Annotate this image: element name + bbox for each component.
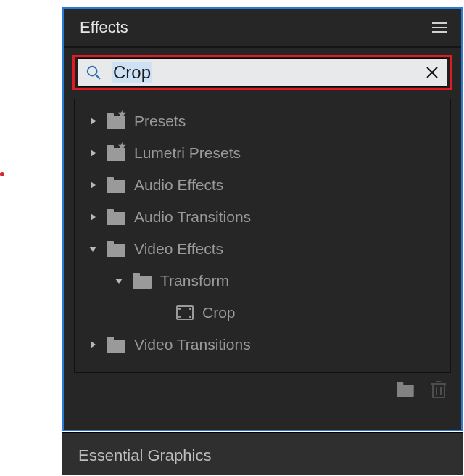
- chevron-down-icon[interactable]: [88, 244, 98, 254]
- svg-marker-7: [91, 213, 96, 221]
- tree-folder[interactable]: Audio Effects: [80, 169, 444, 201]
- essential-graphics-title: Essential Graphics: [78, 446, 447, 465]
- svg-rect-11: [433, 385, 444, 398]
- panel-menu-button[interactable]: [431, 18, 448, 37]
- chevron-down-icon[interactable]: [114, 276, 124, 286]
- search-row-highlight: Crop: [72, 55, 452, 90]
- tree-item-label: Lumetri Presets: [134, 144, 241, 162]
- tree-folder[interactable]: Video Transitions: [80, 329, 444, 361]
- effects-panel: Effects Crop ★Presets★Lumetri PresetsAud…: [62, 7, 463, 431]
- chevron-right-icon[interactable]: [88, 116, 98, 126]
- folder-star-icon: ★: [107, 113, 125, 129]
- chevron-right-icon[interactable]: [88, 148, 98, 158]
- svg-marker-8: [89, 247, 96, 252]
- clear-search-button[interactable]: [425, 65, 439, 80]
- spacer: [157, 308, 167, 318]
- tree-item-label: Video Transitions: [134, 336, 251, 353]
- svg-marker-10: [91, 341, 96, 348]
- folder-icon: [107, 337, 125, 353]
- essential-graphics-panel[interactable]: Essential Graphics: [62, 432, 463, 475]
- svg-line-1: [96, 75, 100, 79]
- chevron-right-icon[interactable]: [88, 340, 98, 350]
- search-field[interactable]: Crop: [78, 58, 447, 87]
- tree-folder[interactable]: Transform: [80, 265, 444, 297]
- tree-item-label: Transform: [160, 272, 229, 290]
- tree-folder[interactable]: Video Effects: [80, 233, 444, 265]
- tree-folder[interactable]: ★Lumetri Presets: [80, 137, 444, 169]
- folder-icon: [107, 209, 125, 225]
- svg-marker-6: [91, 181, 96, 189]
- chevron-right-icon[interactable]: [88, 180, 98, 190]
- svg-marker-9: [115, 279, 123, 284]
- effects-tree: ★Presets★Lumetri PresetsAudio EffectsAud…: [74, 99, 451, 373]
- svg-marker-5: [91, 149, 96, 157]
- svg-marker-4: [91, 118, 96, 125]
- tree-item-label: Video Effects: [134, 240, 223, 258]
- tree-item-label: Crop: [202, 304, 236, 321]
- annotation-dot: [0, 172, 4, 176]
- panel-header: Effects: [64, 9, 461, 48]
- folder-icon: [107, 241, 125, 257]
- folder-icon: [133, 273, 152, 289]
- chevron-right-icon[interactable]: [88, 212, 98, 222]
- panel-footer: [64, 373, 461, 406]
- tree-item-label: Audio Effects: [134, 176, 223, 194]
- tree-item-label: Presets: [134, 112, 186, 130]
- panel-title: Effects: [80, 18, 128, 37]
- search-input[interactable]: Crop: [112, 62, 152, 83]
- folder-star-icon: ★: [107, 145, 125, 161]
- new-bin-button[interactable]: [397, 382, 413, 397]
- search-icon: [86, 65, 102, 81]
- folder-icon: [107, 177, 125, 193]
- effect-item[interactable]: Crop: [80, 297, 444, 329]
- tree-folder[interactable]: ★Presets: [80, 105, 444, 137]
- effect-icon: [176, 305, 194, 320]
- tree-item-label: Audio Transitions: [134, 208, 251, 226]
- delete-button[interactable]: [431, 380, 447, 399]
- tree-folder[interactable]: Audio Transitions: [80, 201, 444, 233]
